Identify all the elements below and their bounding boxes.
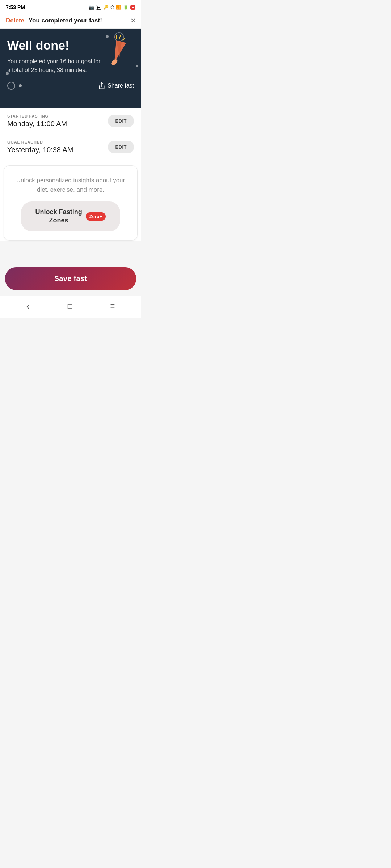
dot-circle-1 (114, 32, 124, 42)
svg-line-4 (118, 35, 122, 39)
goal-reached-info: GOAL REACHED Yesterday, 10:38 AM (7, 140, 73, 154)
svg-point-2 (110, 58, 118, 66)
svg-line-6 (114, 35, 117, 38)
home-nav-button[interactable]: □ (68, 302, 72, 310)
battery-icon: 🔋 (123, 5, 129, 10)
hero-subtitle: You completed your 16 hour goal for a to… (7, 57, 102, 75)
nav-bar: ‹ □ ≡ (0, 296, 141, 318)
delete-button[interactable]: Delete (6, 17, 24, 24)
menu-nav-button[interactable]: ≡ (110, 301, 115, 311)
edit-goal-button[interactable]: EDIT (108, 141, 134, 153)
started-fasting-row: STARTED FASTING Monday, 11:00 AM EDIT (0, 108, 141, 134)
app-header: Delete You completed your fast! × (0, 13, 141, 29)
spacer (0, 246, 141, 267)
unlock-card-text: Unlock personalized insights about your … (11, 176, 130, 194)
share-fast-button[interactable]: Share fast (98, 82, 134, 89)
svg-line-5 (122, 38, 125, 41)
started-fasting-info: STARTED FASTING Monday, 11:00 AM (7, 114, 67, 128)
divider (0, 160, 141, 160)
zero-plus-badge: Zero+ (86, 212, 106, 221)
close-button[interactable]: × (131, 17, 135, 25)
edit-start-button[interactable]: EDIT (108, 115, 134, 127)
dot-1 (106, 35, 109, 38)
goal-reached-row: GOAL REACHED Yesterday, 10:38 AM EDIT (0, 134, 141, 160)
dot-3 (136, 65, 138, 67)
videocam-icon: ▶ (96, 5, 101, 10)
goal-reached-value: Yesterday, 10:38 AM (7, 146, 73, 154)
share-fast-label: Share fast (108, 82, 134, 89)
hero-footer: Share fast (7, 82, 134, 90)
svg-marker-0 (105, 37, 132, 62)
slide-indicator-2[interactable] (19, 84, 22, 87)
key-icon: 🔑 (103, 5, 109, 10)
goal-reached-label: GOAL REACHED (7, 140, 73, 144)
status-icons: 📷 ▶ 🔑 ⬡ 📶 🔋 ● (88, 5, 135, 10)
unlock-card: Unlock personalized insights about your … (4, 165, 138, 241)
header-title: You completed your fast! (29, 17, 131, 24)
back-nav-button[interactable]: ‹ (26, 301, 30, 312)
unlock-fasting-zones-button[interactable]: Unlock FastingZones Zero+ (21, 201, 121, 231)
status-time: 7:53 PM (6, 4, 25, 10)
save-fast-button[interactable]: Save fast (5, 267, 136, 290)
status-bar: 7:53 PM 📷 ▶ 🔑 ⬡ 📶 🔋 ● (0, 0, 141, 13)
slide-indicator-1[interactable] (7, 82, 15, 90)
content-area: STARTED FASTING Monday, 11:00 AM EDIT GO… (0, 108, 141, 241)
party-horn-illustration (101, 34, 134, 68)
video-icon: 📷 (88, 5, 94, 10)
started-fasting-value: Monday, 11:00 AM (7, 120, 67, 128)
svg-line-3 (115, 35, 118, 38)
svg-marker-1 (112, 38, 127, 57)
slide-indicators (7, 82, 22, 90)
bluetooth-icon: ⬡ (110, 5, 114, 10)
unlock-zones-label: Unlock FastingZones (35, 208, 82, 225)
started-fasting-label: STARTED FASTING (7, 114, 67, 118)
share-icon (98, 82, 105, 89)
hero-banner: Well done! You completed your 16 hour go… (0, 29, 141, 108)
wifi-icon: 📶 (116, 5, 121, 10)
hero-title: Well done! (7, 39, 83, 52)
record-badge: ● (130, 5, 135, 10)
